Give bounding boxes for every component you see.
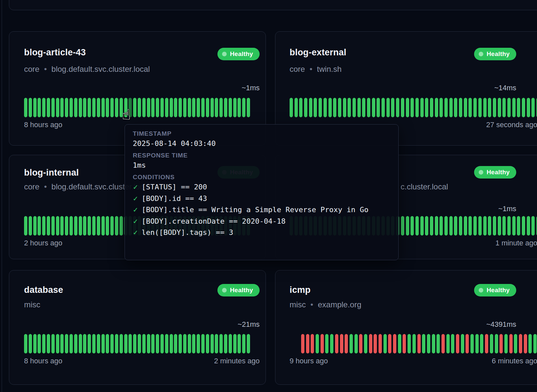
health-bar-success[interactable] — [406, 216, 409, 236]
health-bar-success[interactable] — [110, 334, 114, 353]
health-bar-success[interactable] — [444, 216, 448, 236]
health-bar-success[interactable] — [422, 334, 425, 353]
health-bar-success[interactable] — [92, 98, 96, 117]
health-bar-success[interactable] — [533, 334, 537, 353]
health-bar-failure[interactable] — [524, 334, 527, 353]
health-bar-success[interactable] — [229, 334, 232, 353]
health-bar-success[interactable] — [183, 98, 186, 117]
health-bar-success[interactable] — [79, 216, 82, 236]
health-bar-success[interactable] — [382, 98, 385, 117]
uptime-bars[interactable] — [301, 334, 537, 353]
health-bar-success[interactable] — [56, 334, 59, 353]
health-bar-success[interactable] — [290, 98, 293, 117]
health-bar-success[interactable] — [101, 98, 105, 117]
health-bar-success[interactable] — [412, 334, 416, 353]
health-bar-success[interactable] — [468, 98, 472, 117]
health-bar-success[interactable] — [42, 334, 45, 353]
health-bar-success[interactable] — [238, 98, 241, 117]
health-bar-success[interactable] — [316, 334, 319, 353]
health-bar-success[interactable] — [454, 216, 457, 236]
health-bar-success[interactable] — [415, 98, 419, 117]
health-bar-success[interactable] — [528, 334, 532, 353]
health-bar-failure[interactable] — [499, 334, 503, 353]
health-bar-success[interactable] — [42, 98, 45, 117]
health-bar-success[interactable] — [512, 98, 516, 117]
health-bar-success[interactable] — [398, 334, 401, 353]
health-bar-success[interactable] — [488, 216, 491, 236]
health-bar-success[interactable] — [383, 334, 387, 353]
health-bar-success[interactable] — [493, 98, 496, 117]
health-bar-failure[interactable] — [509, 334, 513, 353]
health-bar-success[interactable] — [83, 98, 86, 117]
health-bar-success[interactable] — [133, 334, 136, 353]
health-bar-success[interactable] — [174, 98, 177, 117]
health-bar-success[interactable] — [38, 98, 41, 117]
health-bar-success[interactable] — [215, 98, 218, 117]
health-bar-success[interactable] — [238, 334, 241, 353]
health-bar-success[interactable] — [219, 98, 223, 117]
health-bar-success[interactable] — [333, 98, 336, 117]
endpoint-card-icmp[interactable]: icmp misc•example.org Healthy ~4391ms 9 … — [275, 270, 537, 385]
health-bar-success[interactable] — [97, 334, 100, 353]
health-bar-success[interactable] — [396, 98, 399, 117]
health-bar-failure[interactable] — [441, 334, 445, 353]
health-bar-success[interactable] — [142, 334, 146, 353]
health-bar-success[interactable] — [192, 98, 195, 117]
health-bar-success[interactable] — [142, 98, 146, 117]
health-bar-success[interactable] — [233, 98, 237, 117]
health-bar-success[interactable] — [38, 216, 41, 236]
health-bar-failure[interactable] — [456, 334, 459, 353]
health-bar-success[interactable] — [65, 98, 68, 117]
health-bar-success[interactable] — [47, 216, 50, 236]
health-bar-success[interactable] — [295, 98, 298, 117]
health-bar-success[interactable] — [206, 334, 209, 353]
health-bar-success[interactable] — [437, 334, 440, 353]
health-bar-success[interactable] — [101, 334, 105, 353]
health-bar-success[interactable] — [464, 98, 467, 117]
health-bar-success[interactable] — [439, 98, 443, 117]
health-bar-success[interactable] — [444, 98, 448, 117]
health-bar-success[interactable] — [319, 98, 322, 117]
health-bar-success[interactable] — [377, 98, 380, 117]
health-bar-success[interactable] — [459, 216, 462, 236]
health-bar-success[interactable] — [350, 334, 353, 353]
health-bar-failure[interactable] — [403, 334, 406, 353]
health-bar-success[interactable] — [115, 216, 118, 236]
health-bar-success[interactable] — [475, 334, 479, 353]
health-bar-success[interactable] — [56, 216, 59, 236]
health-bar-success[interactable] — [343, 98, 346, 117]
health-bar-success[interactable] — [211, 98, 214, 117]
health-bar-success[interactable] — [490, 334, 493, 353]
health-bar-success[interactable] — [219, 334, 223, 353]
health-bar-success[interactable] — [160, 98, 164, 117]
health-bar-success[interactable] — [74, 216, 77, 236]
health-bar-success[interactable] — [201, 334, 205, 353]
health-bar-success[interactable] — [151, 334, 155, 353]
health-bar-success[interactable] — [92, 216, 96, 236]
health-bar-success[interactable] — [488, 98, 491, 117]
health-bar-success[interactable] — [324, 98, 327, 117]
health-bar-failure[interactable] — [335, 334, 338, 353]
health-bar-success[interactable] — [435, 98, 438, 117]
health-bar-success[interactable] — [156, 334, 159, 353]
health-bar-success[interactable] — [502, 216, 506, 236]
health-bar-success[interactable] — [415, 216, 419, 236]
health-bar-success[interactable] — [430, 98, 433, 117]
health-bar-success[interactable] — [406, 98, 409, 117]
health-bar-success[interactable] — [425, 98, 428, 117]
health-bar-success[interactable] — [33, 334, 37, 353]
health-bar-success[interactable] — [504, 334, 508, 353]
health-bar-success[interactable] — [165, 98, 168, 117]
health-bar-success[interactable] — [299, 98, 302, 117]
health-bar-success[interactable] — [372, 98, 375, 117]
health-bar-success[interactable] — [33, 98, 37, 117]
health-bar-success[interactable] — [459, 98, 462, 117]
health-bar-success[interactable] — [498, 98, 501, 117]
health-bar-success[interactable] — [101, 216, 105, 236]
health-bar-success[interactable] — [401, 98, 404, 117]
health-bar-success[interactable] — [461, 334, 464, 353]
health-bar-success[interactable] — [229, 98, 232, 117]
health-bar-success[interactable] — [468, 216, 472, 236]
health-bar-success[interactable] — [197, 98, 200, 117]
health-bar-success[interactable] — [502, 98, 506, 117]
